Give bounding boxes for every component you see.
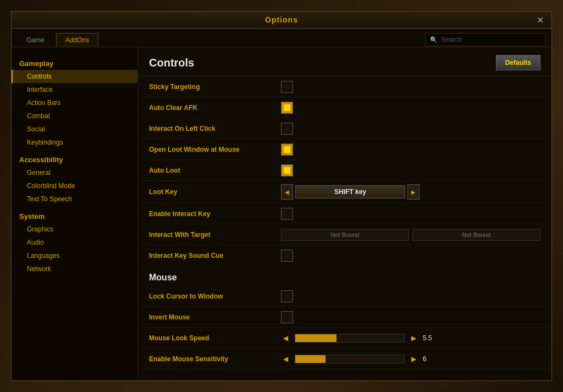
- enable-mouse-sensitivity-value: 6: [423, 355, 437, 363]
- search-icon: 🔍: [430, 36, 438, 43]
- auto-clear-afk-checkbox[interactable]: [281, 102, 293, 114]
- invert-mouse-label: Invert Mouse: [149, 313, 281, 321]
- mouse-look-speed-value: 5.5: [423, 334, 437, 342]
- panel-header: Controls Defaults: [138, 47, 551, 76]
- setting-row-auto-clear-afk: Auto Clear AFK: [138, 97, 551, 118]
- setting-row-invert-mouse: Invert Mouse: [138, 307, 551, 328]
- auto-clear-afk-label: Auto Clear AFK: [149, 104, 281, 112]
- enable-interact-key-checkbox[interactable]: [281, 208, 293, 220]
- lock-cursor-to-window-label: Lock Cursor to Window: [149, 292, 281, 300]
- sidebar-section-system: System: [12, 208, 137, 223]
- interact-on-left-click-control: [281, 123, 293, 135]
- interact-on-left-click-checkbox[interactable]: [281, 123, 293, 135]
- setting-row-open-loot-window-at-mouse: Open Loot Window at Mouse: [138, 139, 551, 160]
- mouse-look-speed-label: Mouse Look Speed: [149, 334, 281, 342]
- setting-row-interact-with-target: Interact With Target Not Bound Not Bound: [138, 224, 551, 245]
- sidebar: Gameplay Controls Interface Action Bars …: [12, 47, 138, 380]
- enable-mouse-sensitivity-label: Enable Mouse Sensitivity: [149, 355, 281, 363]
- open-loot-window-at-mouse-control: [281, 143, 293, 156]
- defaults-button[interactable]: Defaults: [496, 55, 540, 70]
- sidebar-item-text-to-speech[interactable]: Text To Speech: [12, 192, 137, 206]
- sidebar-item-controls[interactable]: Controls: [12, 70, 137, 83]
- enable-mouse-sensitivity-decrease-button[interactable]: ◀: [281, 354, 290, 364]
- setting-row-mouse-look-speed: Mouse Look Speed ◀ ▶ 5.5: [138, 328, 551, 349]
- setting-row-auto-loot: Auto Loot: [138, 160, 551, 181]
- sidebar-item-graphics[interactable]: Graphics: [12, 223, 137, 236]
- open-loot-window-at-mouse-checkbox[interactable]: [281, 143, 293, 156]
- loot-key-prev-button[interactable]: ◀: [281, 184, 293, 200]
- tab-game[interactable]: Game: [17, 33, 54, 47]
- enable-interact-key-label: Enable Interact Key: [149, 210, 281, 218]
- enable-mouse-sensitivity-increase-button[interactable]: ▶: [409, 354, 418, 364]
- setting-row-enable-mouse-sensitivity: Enable Mouse Sensitivity ◀ ▶ 6: [138, 349, 551, 369]
- search-input[interactable]: [441, 36, 541, 43]
- auto-loot-label: Auto Loot: [149, 167, 281, 174]
- auto-loot-checkbox[interactable]: [281, 164, 293, 176]
- loot-key-next-button[interactable]: ▶: [407, 184, 420, 200]
- interact-key-sound-cue-control: [281, 250, 293, 262]
- sidebar-item-network[interactable]: Network: [12, 262, 137, 275]
- mouse-look-speed-control: ◀ ▶ 5.5: [281, 333, 437, 343]
- mouse-look-speed-fill: [295, 334, 336, 342]
- enable-mouse-sensitivity-fill: [295, 355, 325, 363]
- sidebar-item-colorblind-mode[interactable]: Colorblind Mode: [12, 179, 137, 192]
- interact-with-target-label: Interact With Target: [149, 231, 281, 239]
- settings-content: Sticky Targeting Auto Clear AFK Interact…: [138, 76, 551, 380]
- right-panel: Controls Defaults Sticky Targeting Auto …: [138, 47, 551, 380]
- enable-mouse-sensitivity-track[interactable]: [295, 355, 405, 363]
- main-content: Gameplay Controls Interface Action Bars …: [12, 47, 551, 380]
- sticky-targeting-checkbox[interactable]: [281, 81, 293, 93]
- sidebar-item-keybindings[interactable]: Keybindings: [12, 136, 137, 149]
- loot-key-display[interactable]: SHIFT key: [295, 185, 405, 198]
- sidebar-item-audio[interactable]: Audio: [12, 236, 137, 249]
- setting-row-enable-interact-key: Enable Interact Key: [138, 203, 551, 224]
- open-loot-window-at-mouse-label: Open Loot Window at Mouse: [149, 146, 281, 153]
- mouse-look-speed-track[interactable]: [295, 334, 405, 343]
- setting-row-interact-key-sound-cue: Interact Key Sound Cue: [138, 245, 551, 266]
- sidebar-item-combat[interactable]: Combat: [12, 109, 137, 123]
- enable-mouse-sensitivity-control: ◀ ▶ 6: [281, 354, 437, 364]
- invert-mouse-control: [281, 311, 293, 323]
- invert-mouse-checkbox[interactable]: [281, 311, 293, 323]
- setting-row-loot-key: Loot Key ◀ SHIFT key ▶: [138, 181, 551, 203]
- tab-bar: Game AddOns 🔍: [12, 29, 551, 47]
- panel-title: Controls: [149, 57, 194, 69]
- interact-on-left-click-label: Interact On Left Click: [149, 125, 281, 132]
- mouse-look-speed-decrease-button[interactable]: ◀: [281, 333, 290, 343]
- sidebar-section-gameplay: Gameplay: [12, 55, 137, 70]
- interact-key-sound-cue-label: Interact Key Sound Cue: [149, 252, 281, 260]
- sidebar-item-social[interactable]: Social: [12, 123, 137, 136]
- loot-key-control: ◀ SHIFT key ▶: [281, 184, 420, 200]
- sidebar-section-accessibility: Accessibility: [12, 151, 137, 166]
- auto-loot-control: [281, 164, 293, 176]
- mouse-section-header: Mouse: [138, 266, 551, 286]
- title-bar: Options ✕: [12, 12, 551, 29]
- interact-key-sound-cue-checkbox[interactable]: [281, 250, 293, 262]
- mouse-look-speed-increase-button[interactable]: ▶: [409, 333, 418, 343]
- setting-row-lock-cursor-to-window: Lock Cursor to Window: [138, 286, 551, 307]
- sticky-targeting-label: Sticky Targeting: [149, 83, 281, 91]
- lock-cursor-to-window-control: [281, 290, 293, 302]
- setting-row-sticky-targeting: Sticky Targeting: [138, 76, 551, 97]
- sidebar-item-languages[interactable]: Languages: [12, 249, 137, 262]
- sidebar-item-action-bars[interactable]: Action Bars: [12, 96, 137, 109]
- window-title: Options: [265, 15, 298, 24]
- auto-clear-afk-control: [281, 102, 293, 114]
- lock-cursor-to-window-checkbox[interactable]: [281, 290, 293, 302]
- search-bar: 🔍: [425, 33, 546, 46]
- sidebar-item-interface[interactable]: Interface: [12, 83, 137, 96]
- interact-with-target-slot-1[interactable]: Not Bound: [281, 229, 409, 241]
- interact-with-target-slot-2[interactable]: Not Bound: [412, 229, 540, 241]
- sticky-targeting-control: [281, 81, 293, 93]
- setting-row-interact-on-left-click: Interact On Left Click: [138, 118, 551, 139]
- tab-addons[interactable]: AddOns: [56, 33, 98, 47]
- interact-with-target-control: Not Bound Not Bound: [281, 229, 540, 241]
- enable-interact-key-control: [281, 208, 293, 220]
- loot-key-label: Loot Key: [149, 188, 281, 196]
- sidebar-item-general[interactable]: General: [12, 166, 137, 179]
- close-button[interactable]: ✕: [533, 14, 547, 26]
- options-window: Options ✕ Game AddOns 🔍 Gameplay Control…: [11, 11, 552, 381]
